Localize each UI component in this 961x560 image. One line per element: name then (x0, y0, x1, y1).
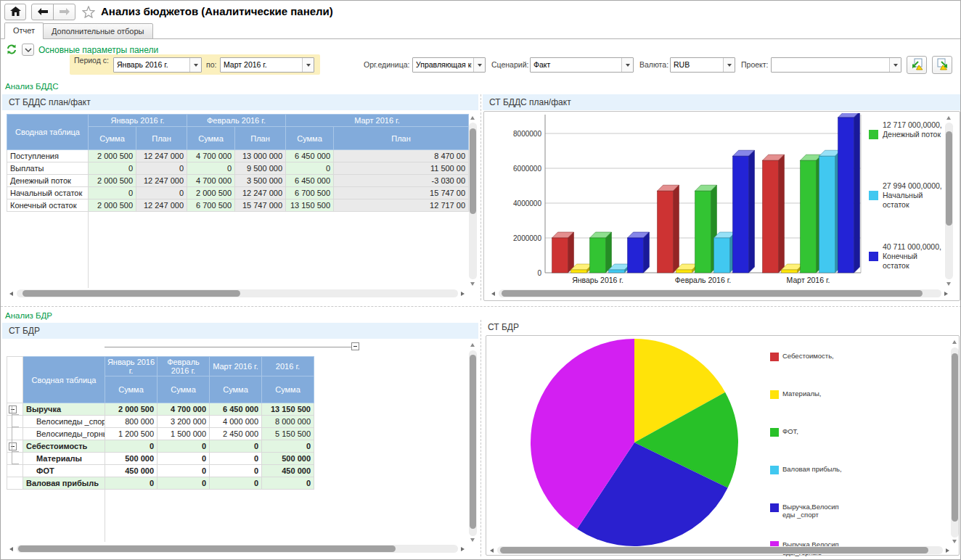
cell[interactable]: 2 000 500 (89, 199, 136, 212)
save-settings-button[interactable] (932, 56, 952, 74)
tree-cell[interactable] (7, 453, 23, 465)
bdds-table-vscrollbar[interactable] (469, 123, 477, 279)
cell[interactable]: 0 (262, 440, 314, 453)
column-header-sum[interactable]: Сумма (105, 376, 158, 403)
cell[interactable]: 4 700 000 (187, 150, 235, 162)
cell[interactable]: 9 500 000 (235, 162, 286, 175)
column-header-plan[interactable]: План (136, 127, 187, 150)
scrollbar-thumb[interactable] (23, 290, 240, 297)
cell[interactable]: 0 (89, 162, 136, 175)
bdds-legend-vscrollbar[interactable] (945, 123, 953, 279)
cell[interactable]: 1 500 000 (158, 428, 210, 440)
cell[interactable]: 8 000 000 (262, 416, 314, 428)
cell[interactable]: 4 000 000 (210, 416, 262, 428)
scrollbar-thumb[interactable] (500, 547, 928, 553)
scroll-down-icon[interactable] (470, 538, 475, 542)
table-row[interactable]: Себестоимость0000 (7, 440, 314, 453)
column-header-year[interactable]: 2016 г. (262, 357, 314, 376)
table-row[interactable]: Начальный остаток002 000 50012 247 0006 … (7, 187, 469, 199)
cell[interactable]: 12 247 000 (235, 187, 286, 199)
scrollbar-thumb[interactable] (470, 128, 476, 214)
scroll-left-icon[interactable] (490, 548, 494, 553)
pivot-corner-header[interactable]: Сводная таблица (23, 357, 105, 403)
cell[interactable]: 0 (286, 162, 334, 175)
column-header-month[interactable]: Февраль 2016 г. (187, 115, 286, 127)
collapse-row-button[interactable] (9, 405, 17, 413)
tab-report[interactable]: Отчет (4, 22, 44, 39)
scenario-combo[interactable]: Факт (530, 57, 634, 73)
table-row[interactable]: Велосипеды_горные1 200 5001 500 0002 450… (7, 428, 314, 440)
scroll-left-icon[interactable] (491, 292, 495, 296)
scroll-right-icon[interactable] (946, 548, 949, 553)
bdds-table-hscrollbar[interactable] (17, 289, 458, 297)
cell[interactable]: 3 200 000 (158, 416, 210, 428)
cell[interactable]: 0 (210, 465, 262, 477)
panel-splitter[interactable] (480, 320, 481, 556)
cell[interactable]: 0 (89, 187, 136, 199)
column-header-month[interactable]: Январь 2016 г. (105, 357, 158, 376)
table-row[interactable]: Материалы500 00000500 000 (7, 453, 314, 465)
cell[interactable]: 13 000 000 (235, 150, 286, 162)
tree-cell[interactable] (7, 465, 23, 477)
cell[interactable]: 12 247 000 (136, 175, 187, 187)
cell[interactable]: 0 (187, 162, 235, 175)
scroll-right-icon[interactable] (944, 292, 948, 296)
cell[interactable]: 13 150 500 (262, 403, 314, 416)
scrollbar-thumb[interactable] (952, 353, 958, 522)
cell[interactable]: 4 700 000 (187, 175, 235, 187)
cell[interactable]: 0 (158, 453, 210, 465)
row-label[interactable]: Велосипеды _спорт (23, 416, 105, 428)
row-label[interactable]: ФОТ (23, 465, 105, 477)
column-header-plan[interactable]: План (235, 127, 286, 150)
bdr-chart-vscrollbar[interactable] (951, 347, 959, 538)
org-combo[interactable]: Управляющая компания (412, 57, 486, 73)
scroll-up-icon[interactable] (470, 343, 475, 347)
table-row[interactable]: Конечный остаток2 000 50012 247 0006 700… (7, 199, 469, 212)
cell[interactable]: 2 000 500 (89, 150, 136, 162)
table-row[interactable]: Выручка2 000 5004 700 0006 450 00013 150… (7, 403, 314, 416)
cell[interactable]: 0 (136, 162, 187, 175)
cell[interactable]: 4 700 000 (158, 403, 210, 416)
scroll-down-icon[interactable] (946, 282, 951, 286)
cell[interactable]: -3 030 00 (334, 175, 469, 187)
collapse-columns-button[interactable] (351, 342, 359, 350)
bdr-chart-hscrollbar[interactable] (497, 546, 943, 554)
bdds-chart-hscrollbar[interactable] (499, 289, 941, 297)
scrollbar-thumb[interactable] (470, 355, 476, 529)
row-label[interactable]: Конечный остаток (7, 199, 89, 212)
scroll-up-icon[interactable] (952, 340, 957, 344)
cell[interactable]: 6 450 000 (286, 150, 334, 162)
dropdown-button[interactable] (723, 58, 735, 72)
bdr-table-vscrollbar[interactable] (469, 350, 477, 536)
dropdown-button[interactable] (621, 58, 633, 72)
cell[interactable]: 450 000 (105, 465, 158, 477)
column-header-sum[interactable]: Сумма (210, 376, 262, 403)
cell[interactable]: 0 (158, 477, 210, 490)
scrollbar-thumb[interactable] (18, 545, 396, 552)
table-row[interactable]: Выплаты0009 500 000011 500 00 (7, 162, 469, 175)
cell[interactable]: 12 717 00 (334, 199, 469, 212)
dropdown-button[interactable] (302, 58, 314, 72)
load-settings-button[interactable] (907, 56, 927, 74)
cell[interactable]: 0 (210, 440, 262, 453)
cell[interactable]: 0 (105, 477, 158, 490)
dropdown-button[interactable] (189, 58, 201, 72)
column-header-plan[interactable]: План (334, 127, 469, 150)
refresh-button[interactable] (4, 43, 19, 57)
scroll-up-icon[interactable] (470, 116, 475, 120)
tree-cell[interactable] (7, 428, 23, 440)
cell[interactable]: 6 450 000 (210, 403, 262, 416)
favorite-star-icon[interactable] (82, 6, 95, 20)
scrollbar-thumb[interactable] (502, 290, 923, 297)
column-header-sum[interactable]: Сумма (187, 127, 235, 150)
panel-splitter[interactable] (480, 94, 481, 300)
cell[interactable]: 0 (262, 477, 314, 490)
cell[interactable]: 1 200 500 (105, 428, 158, 440)
table-row[interactable]: Поступления2 000 50012 247 0004 700 0001… (7, 150, 469, 162)
cell[interactable]: 11 500 00 (334, 162, 469, 175)
collapse-params-button[interactable] (22, 44, 34, 56)
period-from-combo[interactable]: Январь 2016 г. (113, 57, 202, 73)
collapse-row-button[interactable] (9, 442, 17, 450)
table-row[interactable]: Валовая прибыль0000 (7, 477, 314, 490)
cell[interactable]: 5 150 500 (262, 428, 314, 440)
